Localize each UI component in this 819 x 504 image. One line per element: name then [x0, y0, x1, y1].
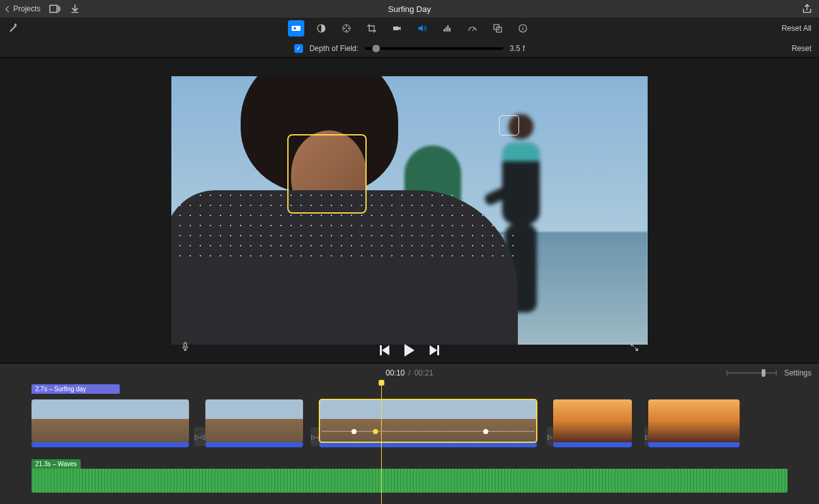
title-bar: Projects Surfing Day: [0, 0, 819, 18]
audio-clip[interactable]: [32, 469, 788, 493]
svg-rect-11: [445, 27, 447, 32]
video-clip[interactable]: [553, 399, 632, 447]
zoom-slider[interactable]: [726, 372, 777, 374]
previous-button[interactable]: [380, 345, 389, 355]
depth-of-field-unit: f: [523, 44, 525, 53]
cinematic-tool[interactable]: [288, 20, 304, 37]
total-time: 00:21: [415, 369, 433, 377]
svg-point-2: [294, 27, 296, 30]
play-button[interactable]: [404, 344, 415, 357]
speed-tool[interactable]: [464, 20, 481, 37]
filter-tool[interactable]: [313, 20, 329, 37]
svg-rect-13: [449, 28, 450, 32]
inspector-toolbar: Reset All: [0, 18, 819, 39]
media-library-button[interactable]: [49, 3, 60, 14]
current-time: 00:10: [386, 369, 404, 377]
reset-all-button[interactable]: Reset All: [782, 24, 811, 33]
depth-of-field-label: Depth of Field:: [309, 44, 358, 53]
playhead[interactable]: [381, 382, 382, 504]
depth-of-field-slider[interactable]: [365, 47, 503, 50]
audio-track: 21.3s – Waves: [32, 457, 788, 493]
chevron-left-icon: [6, 6, 12, 12]
timeline[interactable]: 2.7s – Surfing day ▷◁ ▷◁ ▷◁ ▷◁ 21.3s – W…: [0, 382, 819, 504]
viewer: [0, 58, 819, 363]
depth-of-field-checkbox[interactable]: ✓: [294, 44, 303, 53]
svg-rect-0: [50, 5, 57, 12]
video-track: ▷◁ ▷◁ ▷◁ ▷◁: [32, 399, 788, 447]
video-clip[interactable]: [32, 399, 189, 447]
fullscreen-button[interactable]: [630, 343, 639, 354]
svg-point-6: [348, 28, 349, 29]
back-label: Projects: [13, 4, 40, 13]
next-button[interactable]: [430, 345, 439, 355]
secondary-focus-box[interactable]: [499, 115, 519, 135]
import-button[interactable]: [69, 3, 81, 14]
eq-tool[interactable]: [439, 20, 455, 37]
reset-button[interactable]: Reset: [792, 44, 811, 53]
share-button[interactable]: [801, 3, 813, 14]
svg-rect-12: [447, 25, 449, 32]
stabilize-tool[interactable]: [389, 20, 405, 37]
svg-point-8: [343, 28, 345, 29]
time-header: 00:10 / 00:21 Settings: [0, 363, 819, 382]
audio-clip-label: 21.3s – Waves: [32, 459, 81, 469]
svg-point-5: [346, 25, 347, 26]
info-tool[interactable]: [515, 20, 531, 37]
video-clip-selected[interactable]: [319, 399, 537, 447]
color-tool[interactable]: [338, 20, 355, 37]
svg-point-7: [346, 30, 347, 31]
volume-tool[interactable]: [414, 20, 430, 37]
settings-button[interactable]: Settings: [784, 369, 811, 377]
depth-of-field-row: ✓ Depth of Field: 3.5 f Reset: [0, 39, 819, 58]
clip-label: 2.7s – Surfing day: [32, 384, 120, 394]
transition-icon[interactable]: ▷◁: [194, 427, 205, 446]
magic-wand-button[interactable]: [8, 23, 19, 34]
crop-tool[interactable]: [364, 20, 380, 37]
time-sep: /: [408, 369, 410, 377]
preview-canvas[interactable]: [171, 76, 648, 345]
project-title: Surfing Day: [388, 4, 431, 14]
overlay-tool[interactable]: [490, 20, 506, 37]
svg-rect-10: [444, 29, 445, 32]
video-clip[interactable]: [648, 399, 740, 447]
transport-controls: [0, 344, 819, 357]
svg-rect-9: [393, 26, 399, 30]
depth-of-field-value: 3.5: [510, 44, 520, 53]
video-clip[interactable]: [205, 399, 303, 447]
back-to-projects-button[interactable]: Projects: [6, 4, 40, 13]
primary-focus-box[interactable]: [287, 134, 367, 214]
